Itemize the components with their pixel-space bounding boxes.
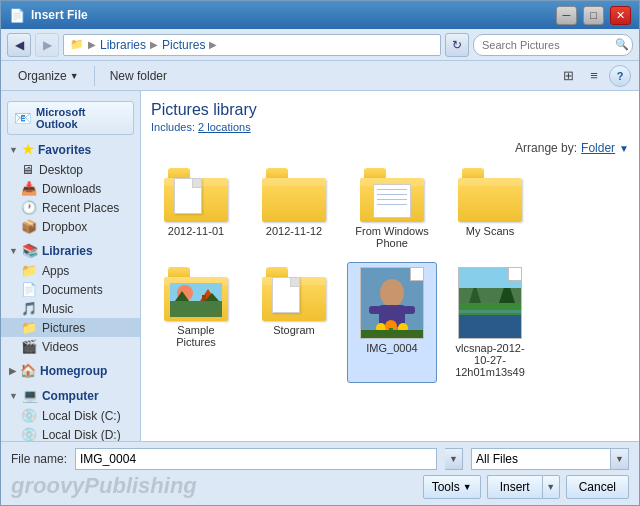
arrange-value[interactable]: Folder (581, 141, 615, 155)
disk-c-icon: 💿 (21, 408, 37, 423)
insert-button[interactable]: Insert (487, 475, 542, 499)
toolbar: Organize ▼ New folder ⊞ ≡ ? (1, 61, 639, 91)
back-button[interactable]: ◀ (7, 33, 31, 57)
list-item[interactable]: IMG_0004 (347, 262, 437, 383)
sidebar-item-outlook[interactable]: 📧 Microsoft Outlook (7, 101, 134, 135)
address-path[interactable]: 📁 ▶ Libraries ▶ Pictures ▶ (63, 34, 441, 56)
path-libraries[interactable]: Libraries (100, 38, 146, 52)
desktop-label: Desktop (39, 163, 83, 177)
insert-dropdown-button[interactable]: ▼ (542, 475, 560, 499)
videos-label: Videos (42, 340, 78, 354)
sidebar-item-dropbox[interactable]: 📦 Dropbox (1, 217, 140, 236)
disk-c-label: Local Disk (C:) (42, 409, 121, 423)
file-label: Stogram (273, 324, 315, 336)
list-item[interactable]: My Scans (445, 163, 535, 254)
svg-rect-22 (459, 310, 521, 313)
sidebar-section-libraries: ▼ 📚 Libraries 📁 Apps 📄 Documents 🎵 Music (1, 240, 140, 356)
libraries-header[interactable]: ▼ 📚 Libraries (1, 240, 140, 261)
window-title: Insert File (31, 8, 550, 22)
sidebar-item-documents[interactable]: 📄 Documents (1, 280, 140, 299)
sidebar-item-disk-c[interactable]: 💿 Local Disk (C:) (1, 406, 140, 425)
filename-dropdown-button[interactable]: ▼ (445, 448, 463, 470)
desktop-icon: 🖥 (21, 162, 34, 177)
folder-body (164, 277, 228, 321)
filetype-dropdown-button[interactable]: ▼ (611, 448, 629, 470)
cancel-label: Cancel (579, 480, 616, 494)
music-icon: 🎵 (21, 301, 37, 316)
search-icon[interactable]: 🔍 (615, 38, 629, 51)
filename-label: File name: (11, 452, 67, 466)
list-item[interactable]: 2012-11-01 (151, 163, 241, 254)
folder-icon (164, 168, 228, 222)
search-container: 🔍 (473, 34, 633, 56)
file-label: Sample Pictures (156, 324, 236, 348)
pictures-icon: 📁 (21, 320, 37, 335)
list-item[interactable]: From Windows Phone (347, 163, 437, 254)
sidebar-item-videos[interactable]: 🎬 Videos (1, 337, 140, 356)
file-pane: Pictures library Includes: 2 locations A… (141, 91, 639, 441)
maximize-button[interactable]: □ (583, 6, 604, 25)
refresh-button[interactable]: ↻ (445, 33, 469, 57)
filetype-input[interactable] (471, 448, 611, 470)
locations-link[interactable]: 2 locations (198, 121, 251, 133)
path-pictures[interactable]: Pictures (162, 38, 205, 52)
file-label: From Windows Phone (352, 225, 432, 249)
computer-header[interactable]: ▼ 💻 Computer (1, 385, 140, 406)
path-arrow-2: ▶ (209, 39, 217, 50)
homegroup-header[interactable]: ▶ 🏠 Homegroup (1, 360, 140, 381)
sidebar-item-desktop[interactable]: 🖥 Desktop (1, 160, 140, 179)
filename-input[interactable] (75, 448, 437, 470)
tools-button[interactable]: Tools ▼ (423, 475, 481, 499)
list-item[interactable]: Sample Pictures (151, 262, 241, 383)
svg-rect-11 (403, 306, 415, 314)
new-folder-button[interactable]: New folder (101, 65, 176, 87)
apps-icon: 📁 (21, 263, 37, 278)
filetype-group: ▼ (471, 448, 629, 470)
computer-icon: 💻 (22, 388, 38, 403)
favorites-icon: ★ (22, 142, 34, 157)
image-icon (458, 267, 522, 339)
search-input[interactable] (473, 34, 633, 56)
sidebar-item-music[interactable]: 🎵 Music (1, 299, 140, 318)
view-button-2[interactable]: ≡ (583, 65, 605, 87)
arrange-label: Arrange by: (515, 141, 577, 155)
close-button[interactable]: ✕ (610, 6, 631, 25)
new-folder-label: New folder (110, 69, 167, 83)
sidebar-item-recent[interactable]: 🕐 Recent Places (1, 198, 140, 217)
folder-body (164, 178, 228, 222)
list-item[interactable]: vlcsnap-2012-10-27-12h01m13s49 (445, 262, 535, 383)
view-button-1[interactable]: ⊞ (557, 65, 579, 87)
list-item[interactable]: Stogram (249, 262, 339, 383)
sidebar-section-homegroup: ▶ 🏠 Homegroup (1, 360, 140, 381)
sidebar-item-downloads[interactable]: 📥 Downloads (1, 179, 140, 198)
folder-content (170, 283, 222, 317)
pane-title: Pictures library (151, 101, 629, 119)
list-item[interactable]: 2012-11-12 (249, 163, 339, 254)
cancel-button[interactable]: Cancel (566, 475, 629, 499)
toolbar-right: ⊞ ≡ ? (557, 65, 631, 87)
favorites-header[interactable]: ▼ ★ Favorites (1, 139, 140, 160)
folder-body (262, 178, 326, 222)
help-button[interactable]: ? (609, 65, 631, 87)
title-icon: 📄 (9, 8, 25, 23)
file-label: IMG_0004 (366, 342, 417, 354)
image-icon (360, 267, 424, 339)
sidebar-section-computer: ▼ 💻 Computer 💿 Local Disk (C:) 💿 Local D… (1, 385, 140, 441)
filename-row: File name: ▼ ▼ (11, 448, 629, 470)
recent-label: Recent Places (42, 201, 119, 215)
organize-button[interactable]: Organize ▼ (9, 65, 88, 87)
forward-button[interactable]: ▶ (35, 33, 59, 57)
videos-icon: 🎬 (21, 339, 37, 354)
favorites-expand-icon: ▼ (9, 145, 18, 155)
sidebar-item-disk-d[interactable]: 💿 Local Disk (D:) (1, 425, 140, 441)
sidebar-section-favorites: ▼ ★ Favorites 🖥 Desktop 📥 Downloads 🕐 Re… (1, 139, 140, 236)
dropbox-icon: 📦 (21, 219, 37, 234)
sidebar-item-pictures[interactable]: 📁 Pictures (1, 318, 140, 337)
file-grid: 2012-11-01 2012-11-12 (151, 163, 629, 383)
arrange-arrow[interactable]: ▼ (619, 143, 629, 154)
address-bar: ◀ ▶ 📁 ▶ Libraries ▶ Pictures ▶ ↻ 🔍 (1, 29, 639, 61)
folder-body (458, 178, 522, 222)
svg-rect-3 (202, 295, 206, 301)
minimize-button[interactable]: ─ (556, 6, 577, 25)
sidebar-item-apps[interactable]: 📁 Apps (1, 261, 140, 280)
